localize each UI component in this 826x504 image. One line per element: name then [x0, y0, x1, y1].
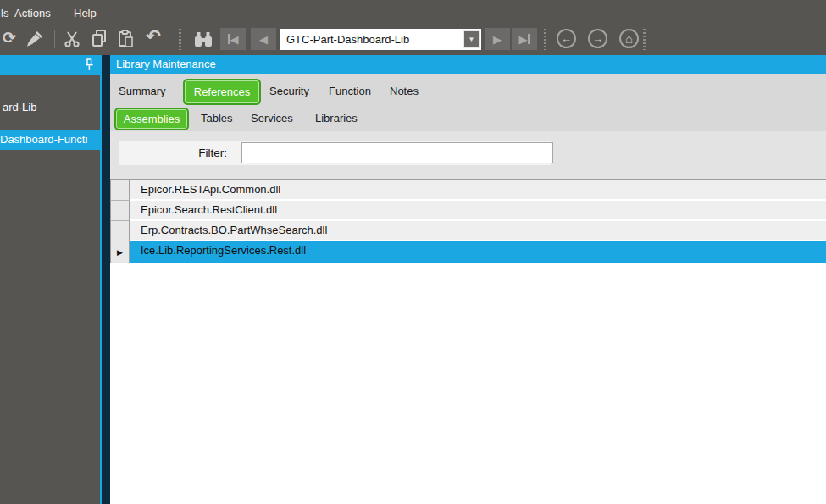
first-record-icon: ◀: [230, 34, 239, 45]
toolbar-separator: [643, 29, 646, 50]
sidebar-item-function-selected[interactable]: Dashboard-Functi: [0, 130, 100, 150]
subtab-libraries[interactable]: Libraries: [315, 106, 358, 131]
clear-brush-icon[interactable]: [25, 30, 44, 52]
menu-item-help[interactable]: Help: [74, 6, 97, 21]
sidebar-header: [0, 55, 100, 75]
tab-references-selected[interactable]: References: [183, 79, 261, 105]
filter-label: Filter:: [119, 141, 227, 165]
back-button[interactable]: ←: [557, 29, 576, 48]
tab-strip: Summary References Security Function Not…: [110, 74, 826, 106]
tab-security[interactable]: Security: [269, 74, 309, 106]
assembly-name-cell[interactable]: Erp.Contracts.BO.PartWhseSearch.dll: [130, 221, 826, 241]
assembly-name-cell[interactable]: Epicor.Search.RestClient.dll: [130, 201, 826, 221]
next-record-icon: ▶: [493, 34, 502, 45]
pin-icon[interactable]: [84, 58, 94, 75]
tab-notes[interactable]: Notes: [390, 74, 419, 106]
selected-row-indicator-icon: ▶: [117, 248, 123, 257]
sidebar-item-library[interactable]: ard-Lib: [0, 99, 100, 116]
assemblies-grid: Epicor.RESTApi.Common.dll Epicor.Search.…: [110, 179, 826, 285]
subtab-tables[interactable]: Tables: [201, 106, 233, 131]
paste-icon[interactable]: [117, 29, 134, 52]
undo-icon[interactable]: ↶: [143, 26, 164, 47]
filter-strip: Filter:: [119, 141, 551, 165]
row-header[interactable]: [110, 201, 130, 221]
row-header[interactable]: [110, 180, 130, 201]
window-chrome: ls Actions Help ⟳ ↶ ◀ ◀ GTC-Part-Dashboa…: [0, 0, 826, 55]
table-row-selected[interactable]: ▶ Ice.Lib.ReportingServices.Rest.dll: [110, 241, 826, 263]
table-row[interactable]: Erp.Contracts.BO.PartWhseSearch.dll: [110, 221, 826, 241]
menu-item-tools-truncated[interactable]: ls: [1, 6, 8, 21]
toolbar-separator: [54, 30, 55, 48]
panel-splitter[interactable]: [100, 55, 110, 504]
menu-item-actions[interactable]: Actions: [14, 6, 51, 21]
navigation-sidebar: ard-Lib Dashboard-Functi: [0, 55, 100, 504]
subtab-strip: Assemblies Tables Services Libraries: [110, 106, 826, 131]
filter-area: Filter:: [110, 131, 826, 179]
record-selector-value: GTC-Part-Dashboard-Lib: [286, 29, 409, 50]
filter-input[interactable]: [241, 142, 553, 163]
library-maintenance-panel: Library Maintenance Summary References S…: [110, 55, 826, 504]
subtab-services[interactable]: Services: [251, 106, 293, 131]
cut-icon[interactable]: [63, 30, 81, 52]
assembly-name-cell[interactable]: Ice.Lib.ReportingServices.Rest.dll: [130, 241, 826, 263]
forward-arrow-icon: →: [592, 32, 603, 45]
toolbar-separator: [544, 29, 546, 50]
last-record-bar: [528, 34, 530, 44]
search-binoculars-icon[interactable]: [193, 31, 213, 51]
chevron-down-icon[interactable]: ▼: [463, 30, 480, 48]
previous-record-icon: ◀: [259, 34, 268, 45]
row-header[interactable]: ▶: [110, 241, 130, 263]
back-arrow-icon: ←: [561, 32, 572, 45]
table-row[interactable]: Epicor.Search.RestClient.dll: [110, 201, 826, 221]
assembly-name-cell[interactable]: Epicor.RESTApi.Common.dll: [130, 180, 826, 201]
forward-button[interactable]: →: [588, 29, 607, 48]
last-record-button[interactable]: ▶: [512, 28, 537, 50]
toolbar-separator: [179, 29, 181, 50]
home-button[interactable]: ⌂: [619, 29, 639, 48]
previous-record-button[interactable]: ◀: [251, 28, 276, 50]
last-record-icon: ▶: [519, 34, 528, 45]
tab-summary[interactable]: Summary: [119, 74, 166, 106]
first-record-button[interactable]: ◀: [220, 28, 246, 50]
home-icon: ⌂: [625, 31, 633, 46]
subtab-assemblies-selected[interactable]: Assemblies: [114, 108, 189, 130]
row-header[interactable]: [110, 221, 130, 241]
next-record-button[interactable]: ▶: [485, 28, 510, 50]
copy-icon[interactable]: [91, 29, 108, 52]
table-row[interactable]: Epicor.RESTApi.Common.dll: [110, 180, 826, 201]
refresh-icon[interactable]: ⟳: [0, 28, 19, 48]
record-selector-combobox[interactable]: GTC-Part-Dashboard-Lib ▼: [280, 29, 481, 50]
tab-function[interactable]: Function: [329, 74, 371, 106]
page-title: Library Maintenance: [110, 55, 826, 74]
